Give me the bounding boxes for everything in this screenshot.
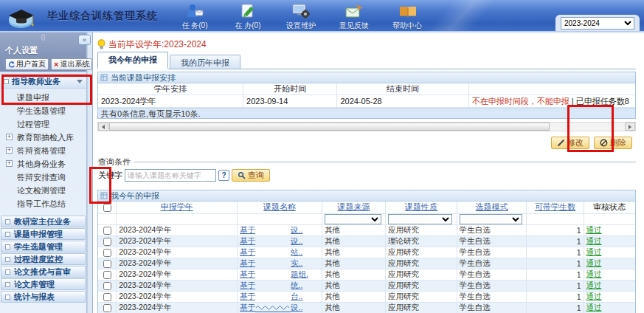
row-checkbox[interactable] — [103, 293, 111, 301]
sidebar-menu-item[interactable]: 课题申报 — [0, 91, 86, 104]
bulb-icon — [97, 39, 105, 50]
row-checkbox[interactable] — [103, 304, 111, 312]
status-pass-link[interactable]: 通过 — [586, 303, 602, 312]
sort-header-year[interactable]: 申报学年 — [161, 202, 193, 211]
sidebar-accordion-header[interactable]: 论文库管理 — [1, 278, 86, 290]
hscroll-right-arrow[interactable] — [625, 123, 635, 131]
row-checkbox[interactable] — [103, 260, 111, 268]
row-checkbox[interactable] — [103, 227, 111, 235]
filter-source-select[interactable] — [325, 214, 381, 224]
select-all-checkbox[interactable] — [103, 204, 111, 212]
sidebar-accordion-header[interactable]: 论文推优与盲审 — [1, 266, 86, 278]
expand-plus-icon[interactable] — [6, 134, 13, 140]
tab-previous-years[interactable]: 我的历年申报 — [170, 55, 240, 69]
status-pass-link[interactable]: 通过 — [586, 236, 602, 245]
expand-plus-icon[interactable] — [6, 147, 13, 154]
filter-nature-select[interactable] — [388, 214, 452, 224]
cell-declare-year: 2023-2024学年 — [117, 258, 238, 269]
tab-this-year[interactable]: 我今年的申报 — [97, 52, 168, 69]
status-pass-link[interactable]: 通过 — [586, 292, 602, 300]
cell-mode: 学生自选 — [457, 269, 527, 280]
cell-mode: 学生自选 — [457, 235, 527, 247]
expand-plus-icon[interactable] — [6, 160, 13, 167]
topic-link[interactable]: 基于实.. — [240, 258, 302, 267]
cell-mode: 学生自选 — [457, 291, 527, 302]
sidebar-accordion-header[interactable]: 学生选题管理 — [1, 241, 86, 252]
hscroll-left-arrow[interactable] — [98, 123, 108, 131]
cell-declare-year: 2023-2024学年 — [117, 302, 238, 313]
filter-mode-select[interactable] — [460, 214, 522, 224]
topic-link[interactable]: 基于设.. — [240, 303, 302, 312]
search-fieldset: 查询条件 关键字 ? 查询 — [97, 156, 636, 186]
logout-x-icon: × — [54, 61, 58, 68]
sidebar-accordion-header[interactable]: 教研室主任业务 — [1, 216, 86, 227]
section-square-icon — [5, 219, 10, 224]
row-checkbox[interactable] — [103, 249, 111, 257]
sidebar-menu-item[interactable]: 教育部抽检入库 — [0, 131, 86, 144]
app-title: 毕业综合训练管理系统 — [47, 10, 158, 23]
in-progress-button[interactable]: 在 办(0) — [229, 2, 267, 31]
help-tip-button[interactable]: ? — [218, 170, 229, 181]
sidebar-accordion-header[interactable]: 过程进度监控 — [1, 253, 86, 265]
status-pass-link[interactable]: 通过 — [586, 281, 602, 289]
status-pass-link[interactable]: 通过 — [586, 247, 602, 256]
sort-header-topic[interactable]: 课题名称 — [263, 202, 296, 211]
sidebar-splitter[interactable] — [87, 32, 93, 313]
feedback-button[interactable]: 意见反馈 — [335, 2, 373, 31]
search-legend: 查询条件 — [98, 156, 134, 168]
sidebar-menu-item[interactable]: 答辩安排查询 — [0, 171, 86, 184]
hscroll-thumb[interactable] — [109, 123, 550, 131]
status-pass-link[interactable]: 通过 — [586, 225, 602, 234]
sidebar-collapse-button[interactable]: « — [78, 35, 91, 45]
table-row: 2023-2024学年 基于台.. 其他 应用研究 学生自选 1 通过 — [98, 291, 635, 302]
table-row: 2023-2024学年 基于实.. 其他 应用研究 学生自选 1 通过 — [98, 258, 635, 269]
cell-mode: 学生自选 — [457, 224, 527, 235]
grid-icon — [100, 74, 108, 81]
horizontal-scrollbar[interactable] — [97, 122, 636, 131]
schedule-table: 学年安排 开始时间 结束时间 2023-2024学年 2023-09-14 20… — [98, 83, 635, 108]
delete-button[interactable]: 删除 — [594, 137, 632, 149]
sort-header-source[interactable]: 课题来源 — [338, 202, 370, 211]
topic-link[interactable]: 基于设.. — [240, 236, 302, 245]
topic-link[interactable]: 基于题组. — [240, 269, 308, 278]
status-pass-link[interactable]: 通过 — [586, 258, 602, 267]
sidebar-menu-item[interactable]: 指导工作总结 — [0, 197, 86, 210]
topic-link[interactable]: 基于设.. — [240, 225, 302, 234]
edit-button[interactable]: 修改 — [551, 137, 589, 149]
settings-maintenance-button[interactable]: 设置维护 — [282, 2, 320, 31]
sidebar-accordions: 教研室主任业务 课题申报管理 学生选题管理 过程进度监控 论文推优与盲审 论文库… — [0, 216, 86, 303]
magnifier-icon — [238, 171, 246, 179]
cell-source: 其他 — [322, 235, 386, 247]
year-select[interactable]: 2023-2024 — [561, 17, 634, 30]
sidebar-menu-item[interactable]: 学生选题管理 — [0, 104, 86, 117]
table-row: 2023-2024学年 基于设.. 其他 应用研究 学生自选 1 通过 — [98, 224, 635, 235]
cell-nature: 应用研究 — [385, 247, 457, 258]
topic-link[interactable]: 基于统.. — [240, 281, 302, 289]
user-home-button[interactable]: 用户首页 — [5, 58, 49, 70]
current-year-text: 当前毕设学年:2023-2024 — [108, 38, 207, 51]
search-button[interactable]: 查询 — [232, 169, 270, 182]
sort-header-nature[interactable]: 课题性质 — [405, 202, 437, 211]
sidebar-menu-item[interactable]: 过程管理 — [0, 117, 86, 131]
table-row: 2023-2024学年 基于题组. 其他 应用研究 学生自选 1 通过 — [98, 269, 635, 280]
tasks-button[interactable]: 任 务(0) — [176, 2, 214, 31]
sidebar-menu-item[interactable]: 答辩资格管理 — [0, 144, 86, 157]
row-checkbox[interactable] — [103, 238, 111, 246]
sidebar-accordion-header[interactable]: 统计与报表 — [1, 291, 86, 303]
row-checkbox[interactable] — [103, 271, 111, 279]
sort-header-mode[interactable]: 选题模式 — [476, 202, 508, 211]
cell-source: 其他 — [322, 291, 386, 302]
sidebar-menu-item[interactable]: 其他身份业务 — [0, 157, 86, 171]
topic-link[interactable]: 基于台.. — [240, 292, 302, 300]
sidebar-accordion-header[interactable]: 课题申报管理 — [1, 228, 86, 240]
sidebar-menu-item[interactable]: 论文检测管理 — [0, 184, 86, 197]
cell-mode: 学生自选 — [457, 280, 527, 291]
sidebar-section-teacher-business[interactable]: 指导教师业务 — [0, 74, 86, 89]
help-center-button[interactable]: 帮助中心 — [388, 2, 426, 31]
keyword-input[interactable] — [125, 169, 216, 182]
sort-header-students[interactable]: 可带学生数 — [535, 202, 575, 211]
topic-link[interactable]: 基于站.. — [240, 247, 302, 256]
logout-button[interactable]: × 退出系统 — [51, 58, 92, 70]
row-checkbox[interactable] — [103, 282, 111, 290]
status-pass-link[interactable]: 通过 — [586, 269, 602, 278]
